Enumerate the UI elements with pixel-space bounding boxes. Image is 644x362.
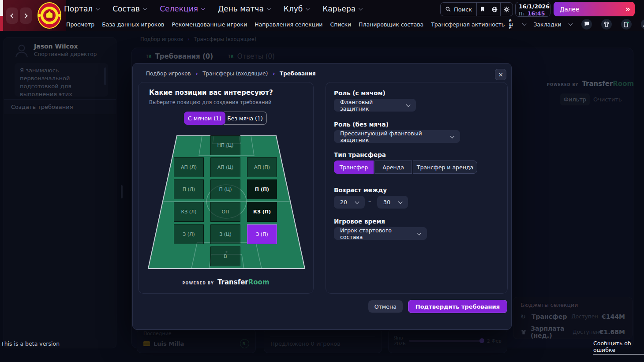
club-crest-icon[interactable]	[37, 2, 62, 29]
gear-icon	[503, 6, 510, 13]
breadcrumb-item: Требования	[280, 71, 316, 77]
transfer-type-transfer[interactable]: Трансфер	[334, 160, 374, 174]
playing-time-select[interactable]: Игрок стартового состава	[334, 227, 427, 240]
nav-item-portal[interactable]: Портал	[64, 4, 99, 13]
chevron-down-icon	[143, 6, 147, 10]
nav-item-label: День матча	[218, 4, 264, 13]
subnav-item-squad-planner[interactable]: Планировщик состава	[359, 21, 423, 28]
continue-label: Далее	[560, 6, 579, 13]
requirements-modal: Подбор игроков › Трансферы (входящие) › …	[132, 63, 512, 330]
subnav-item-overview[interactable]: Просмотр	[66, 21, 94, 28]
positions-subtitle: Выберите позицию для создания требований	[149, 99, 272, 105]
reports-button[interactable]	[621, 19, 632, 30]
chevron-right-icon	[22, 13, 27, 18]
position-box-d-l[interactable]: З (Л)	[174, 224, 204, 244]
subnav-item-scouting-directions[interactable]: Направления селекции	[255, 21, 322, 28]
position-box-wb-l[interactable]: КЗ (Л)	[174, 202, 204, 222]
role-on-ball-label: Роль (с мячом)	[334, 90, 386, 97]
chevron-down-icon	[522, 21, 527, 26]
toggle-without-ball[interactable]: Без мяча (1)	[224, 112, 267, 125]
age-label: Возраст между	[334, 187, 387, 194]
position-box-d-r[interactable]: З (П)	[247, 224, 277, 244]
nav-item-club[interactable]: Клуб	[284, 4, 309, 13]
age-range-dash: –	[368, 198, 371, 205]
role-off-ball-label: Роль (без мяча)	[334, 121, 389, 128]
nav-item-career[interactable]: Карьера	[322, 4, 362, 13]
subnav-more-item[interactable]: ещё	[509, 19, 515, 30]
settings-button[interactable]	[501, 6, 513, 13]
game-date: 16/1/2026	[519, 3, 547, 10]
position-box-st-c[interactable]: НП (Ц)	[210, 135, 240, 155]
transfer-type-loan[interactable]: Аренда	[374, 160, 412, 174]
confirm-requirements-button[interactable]: Подтвердить требования	[408, 300, 507, 313]
requirement-form-panel: Роль (с мячом) Фланговый защитник Роль (…	[326, 82, 508, 294]
modal-footer: Отмена Подтвердить требования	[133, 300, 507, 313]
globe-icon	[491, 6, 498, 13]
nav-item-matchday[interactable]: День матча	[218, 4, 270, 13]
double-chevron-icon: »	[625, 4, 629, 14]
pitch-diagram: НП (Ц)АП (Л)АП (Ц)АП (П)П (Л)П (Ц)П (П)К…	[144, 134, 308, 270]
position-box-d-c[interactable]: З (Ц)	[210, 224, 240, 244]
positions-panel: Какие позиции вас интересуют? Выберите п…	[138, 82, 314, 294]
game-day: Пт	[519, 11, 525, 17]
chevron-down-icon	[96, 6, 100, 10]
age-min-select[interactable]: 20	[334, 196, 365, 209]
subnav-item-lists[interactable]: Списки	[330, 21, 352, 28]
date-time-display[interactable]: 16/1/2026 Пт16:45	[515, 2, 550, 17]
position-box-am-l[interactable]: АП (Л)	[174, 157, 204, 177]
cancel-button[interactable]: Отмена	[368, 300, 403, 313]
position-box-am-r[interactable]: АП (П)	[247, 157, 277, 177]
age-max-select[interactable]: 30	[377, 196, 408, 209]
nav-item-squad[interactable]: Состав	[112, 4, 146, 13]
role-on-ball-select[interactable]: Фланговый защитник	[334, 99, 416, 112]
breadcrumb-separator: ›	[273, 71, 275, 77]
notes-button[interactable]	[477, 6, 489, 12]
search-group: Поиск	[440, 2, 513, 16]
position-box-wb-r[interactable]: КЗ (П)	[247, 202, 277, 222]
edge-strip-white	[0, 0, 3, 16]
nav-item-label: Состав	[112, 4, 140, 13]
breadcrumb-item[interactable]: Трансферы (входящие)	[202, 71, 268, 77]
scouting-button[interactable]	[641, 19, 644, 30]
position-box-m-c[interactable]: П (Ц)	[210, 179, 240, 199]
chevron-down-icon	[406, 102, 411, 107]
edge-strip-red	[0, 16, 3, 31]
position-box-am-c[interactable]: АП (Ц)	[210, 157, 240, 177]
role-off-ball-select[interactable]: Прессингующий фланговый защитник	[334, 130, 460, 143]
position-box-m-r[interactable]: П (П)	[247, 179, 277, 199]
subnav-item-transfer-activity[interactable]: Трансферная активность	[431, 21, 505, 28]
nav-item-label: Карьера	[322, 4, 356, 13]
toggle-with-ball[interactable]: С мячом (1)	[184, 112, 225, 125]
back-button[interactable]	[6, 7, 18, 24]
shirt-icon	[603, 21, 610, 27]
subnav-item-player-database[interactable]: База данных игроков	[102, 21, 164, 28]
transfer-type-segment: Трансфер Аренда Трансфер и аренда	[334, 160, 477, 174]
position-box-m-l[interactable]: П (Л)	[174, 179, 204, 199]
main-nav: ПорталСоставСелекцияДень матчаКлубКарьер…	[64, 0, 362, 18]
bookmarks-dropdown[interactable]: Закладки	[533, 21, 561, 28]
position-box-dm[interactable]: ОП	[210, 202, 240, 222]
bookmark-icon	[479, 6, 486, 12]
nav-item-label: Портал	[64, 4, 93, 13]
forward-button[interactable]	[20, 7, 32, 24]
breadcrumb-item[interactable]: Подбор игроков	[146, 71, 191, 77]
top-bar: ПорталСоставСелекцияДень матчаКлубКарьер…	[0, 0, 644, 31]
squad-button[interactable]	[601, 19, 612, 30]
position-box-gk[interactable]: В	[210, 246, 240, 266]
continue-button[interactable]: Далее »	[554, 2, 635, 16]
powered-by-transferroom: POWERED BY TransferRoom	[139, 278, 313, 286]
subnav-item-recommended-players[interactable]: Рекомендованные игроки	[172, 21, 247, 28]
chevron-down-icon	[355, 199, 359, 204]
report-bug-link[interactable]: Сообщить об ошибке	[593, 340, 644, 355]
inbox-button[interactable]	[581, 19, 592, 30]
sub-nav: ПросмотрБаза данных игроковРекомендованн…	[66, 18, 644, 31]
chevron-down-icon	[398, 199, 403, 204]
transfer-type-transfer-and-loan[interactable]: Трансфер и аренда	[413, 160, 477, 174]
nav-item-scouting[interactable]: Селекция	[160, 4, 205, 13]
world-button[interactable]	[489, 6, 501, 13]
search-button[interactable]: Поиск	[441, 6, 476, 13]
phase-toggle: С мячом (1) Без мяча (1)	[184, 112, 267, 125]
close-button[interactable]: ×	[495, 69, 506, 80]
search-label: Поиск	[454, 6, 472, 13]
nav-item-label: Клуб	[284, 4, 303, 13]
